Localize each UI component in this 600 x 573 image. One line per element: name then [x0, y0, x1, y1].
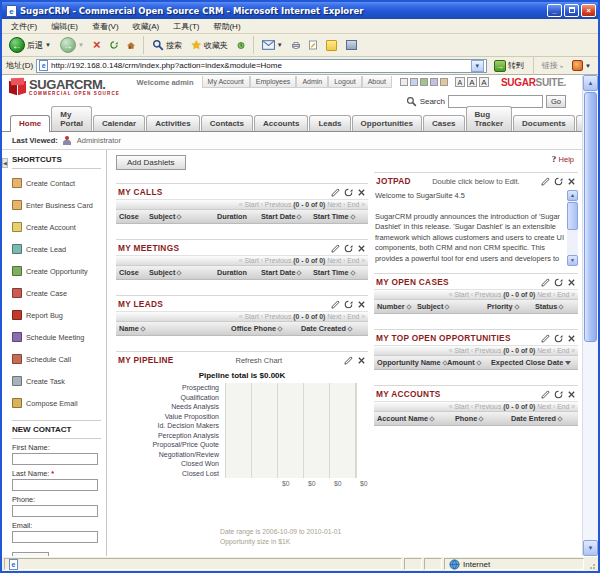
theme-swatch[interactable]	[430, 78, 438, 86]
print-button[interactable]	[289, 38, 303, 52]
column-header[interactable]: Account Name	[377, 414, 455, 423]
sidebar-shortcut[interactable]: Create Account	[12, 216, 101, 238]
module-tab[interactable]: Home	[10, 115, 50, 132]
refresh-dashlet-icon[interactable]	[344, 300, 353, 309]
sidebar-shortcut[interactable]: Create Task	[12, 370, 101, 392]
edit-dashlet-icon[interactable]	[541, 390, 550, 399]
theme-swatch[interactable]	[410, 78, 418, 86]
module-tab[interactable]: Emails	[576, 115, 582, 131]
edit-dashlet-icon[interactable]	[331, 188, 340, 197]
module-tab[interactable]: Cases	[423, 115, 465, 131]
theme-swatch[interactable]	[400, 78, 408, 86]
scroll-up-icon[interactable]: ▲	[567, 190, 578, 201]
module-tab[interactable]: My Portal	[51, 106, 92, 131]
back-button[interactable]: ← 后退 ▼	[6, 36, 54, 54]
sidebar-shortcut[interactable]: Enter Business Card	[12, 194, 101, 216]
column-header[interactable]: Subject	[417, 302, 487, 311]
close-dashlet-icon[interactable]	[567, 334, 576, 343]
column-header[interactable]: Office Phone	[231, 324, 301, 333]
close-dashlet-icon[interactable]	[357, 188, 366, 197]
edit-button[interactable]	[306, 38, 320, 52]
column-header[interactable]: Start Time	[313, 212, 365, 221]
column-header[interactable]: Status	[535, 302, 575, 311]
module-tab[interactable]: Calendar	[93, 115, 145, 131]
phone-field[interactable]	[12, 505, 98, 517]
address-go-button[interactable]: → 转到	[490, 59, 528, 73]
column-header[interactable]: Amount	[447, 358, 491, 367]
column-header[interactable]: Date Created	[301, 324, 365, 333]
close-dashlet-icon[interactable]	[567, 177, 576, 186]
menu-item[interactable]: 工具(T)	[166, 20, 206, 33]
module-tab[interactable]: Contacts	[201, 115, 253, 131]
close-dashlet-icon[interactable]	[357, 300, 366, 309]
column-header[interactable]: Date Entered	[511, 414, 575, 423]
sidebar-shortcut[interactable]: Report Bug	[12, 304, 101, 326]
address-dropdown-icon[interactable]: ▼	[471, 60, 484, 72]
column-header[interactable]: Duration	[217, 212, 261, 221]
close-button[interactable]: ×	[581, 4, 596, 17]
pagination[interactable]: « Start ‹ Previous (0 - 0 of 0) Next › E…	[374, 289, 578, 300]
menu-item[interactable]: 编辑(E)	[44, 20, 85, 33]
sidebar-shortcut[interactable]: Create Case	[12, 282, 101, 304]
favorites-button[interactable]: ★ 收藏夹	[188, 37, 231, 53]
font-size-button[interactable]: A	[479, 77, 489, 87]
column-header[interactable]: Start Date	[261, 212, 313, 221]
close-dashlet-icon[interactable]	[567, 278, 576, 287]
edit-dashlet-icon[interactable]	[331, 244, 340, 253]
refresh-dashlet-icon[interactable]	[554, 390, 563, 399]
last-name-field[interactable]	[12, 479, 98, 491]
scroll-up-icon[interactable]: ▲	[583, 75, 598, 91]
jotpad-textarea[interactable]: Welcome to SugarSuite 4.5 SugarCRM proud…	[374, 190, 567, 266]
column-header[interactable]: Phone	[455, 414, 511, 423]
maximize-button[interactable]	[564, 4, 579, 17]
scroll-down-icon[interactable]: ▼	[567, 255, 578, 266]
resize-grip[interactable]	[586, 558, 596, 570]
menu-item[interactable]: 帮助(H)	[206, 20, 247, 33]
add-dashlets-button[interactable]: Add Dashlets	[116, 155, 186, 170]
search-go-button[interactable]: Go	[546, 95, 566, 108]
edit-dashlet-icon[interactable]	[331, 300, 340, 309]
last-viewed-item[interactable]: Administrator	[77, 136, 121, 145]
address-input[interactable]: e http://192.168.0.148/crm/index.php?act…	[36, 59, 487, 73]
header-nav-link[interactable]: Logout	[328, 76, 361, 88]
column-header[interactable]: Start Time	[313, 268, 365, 277]
header-nav-link[interactable]: Employees	[250, 76, 297, 88]
menu-item[interactable]: 收藏(A)	[126, 20, 167, 33]
sidebar-shortcut[interactable]: Schedule Meeting	[12, 326, 101, 348]
forward-button[interactable]: → ▼	[57, 36, 87, 54]
column-header[interactable]: Expected Close Date	[491, 358, 575, 367]
minimize-button[interactable]: _	[547, 4, 562, 17]
scroll-thumb[interactable]	[584, 92, 597, 342]
jotpad-scrollbar[interactable]: ▲ ▼	[567, 190, 578, 266]
column-header[interactable]: Number	[377, 302, 417, 311]
column-header[interactable]: Priority	[487, 302, 535, 311]
menu-item[interactable]: 文件(F)	[4, 20, 44, 33]
refresh-button[interactable]	[107, 38, 121, 52]
stop-button[interactable]: ×	[90, 38, 104, 52]
column-header[interactable]: Start Date	[261, 268, 313, 277]
sidebar-shortcut[interactable]: Create Lead	[12, 238, 101, 260]
history-button[interactable]	[234, 38, 248, 52]
theme-swatch[interactable]	[440, 78, 448, 86]
column-header[interactable]: Close	[119, 268, 149, 277]
column-header[interactable]: Opportunity Name	[377, 358, 447, 367]
edit-dashlet-icon[interactable]	[541, 334, 550, 343]
header-nav-link[interactable]: Admin	[296, 76, 328, 88]
discuss-button[interactable]	[343, 39, 360, 51]
font-size-button[interactable]: A	[455, 77, 465, 87]
scroll-down-icon[interactable]: ▼	[583, 540, 598, 556]
refresh-dashlet-icon[interactable]	[344, 244, 353, 253]
first-name-field[interactable]	[12, 453, 98, 465]
sidebar-shortcut[interactable]: Create Opportunity	[12, 260, 101, 282]
sidebar-shortcut[interactable]: Compose Email	[12, 392, 101, 414]
pagination[interactable]: « Start ‹ Previous (0 - 0 of 0) Next › E…	[116, 199, 368, 210]
sidebar-shortcut[interactable]: Create Contact	[12, 172, 101, 194]
theme-swatch[interactable]	[420, 78, 428, 86]
messenger-button[interactable]	[323, 39, 340, 52]
header-nav-link[interactable]: About	[362, 76, 392, 88]
module-tab[interactable]: Accounts	[254, 115, 308, 131]
refresh-dashlet-icon[interactable]	[554, 278, 563, 287]
mail-button[interactable]: ▼	[259, 39, 286, 51]
edit-dashlet-icon[interactable]	[541, 177, 550, 186]
module-tab[interactable]: Leads	[309, 115, 350, 131]
